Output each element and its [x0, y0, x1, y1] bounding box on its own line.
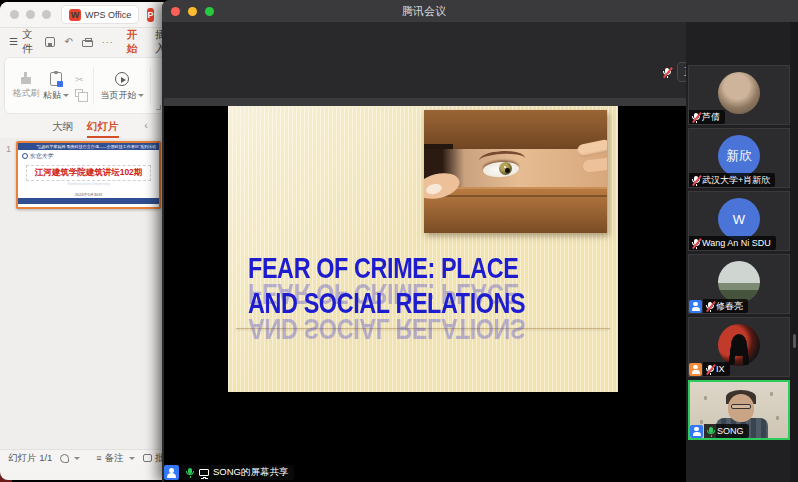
mic-muted-icon — [707, 302, 713, 311]
ribbon-divider — [93, 67, 94, 105]
participant-name: 芦倩 — [702, 111, 720, 124]
person-badge-icon — [690, 425, 703, 438]
participants-sidebar: 芦倩 新欣 武汉大学+肖新欣 W Wang An Ni SDU — [686, 22, 798, 482]
slide-title-line1: FEAR OF CRIME: PLACE FEAR OF CRIME: PLAC… — [248, 253, 537, 283]
more-icon[interactable]: ··· — [102, 37, 114, 47]
mic-muted-icon — [664, 68, 670, 77]
avatar — [718, 324, 760, 366]
paste-label: 粘贴 — [43, 89, 61, 102]
pupil — [505, 168, 510, 173]
participant-tile[interactable]: IX — [688, 317, 790, 377]
format-painter-label: 格式刷 — [13, 87, 40, 100]
quick-access-toolbar: ↶ ··· — [45, 37, 113, 47]
person-badge-icon — [689, 300, 702, 313]
zoom-button[interactable] — [42, 10, 51, 19]
tab-wps-office[interactable]: W WPS Office — [61, 5, 139, 24]
participant-tile[interactable]: 芦倩 — [688, 65, 790, 125]
chevron-down-icon — [138, 94, 144, 97]
participant-name: 武汉大学+肖新欣 — [702, 174, 770, 187]
tab-presentation-doc-icon[interactable]: P — [147, 8, 153, 22]
paste-button[interactable]: 粘贴 — [41, 70, 71, 102]
tab-home[interactable]: 开始 — [127, 28, 142, 56]
screen-share-icon — [199, 469, 209, 476]
hamburger-icon: ☰ — [9, 36, 18, 47]
wps-status-bar: 幻灯片 1/1 ≡备注 批注 — [0, 449, 162, 466]
avatar — [718, 261, 760, 303]
window-controls — [10, 10, 51, 19]
finger — [582, 158, 607, 173]
slide-thumbnail[interactable]: “弘扬科学家精神 聚焦科技自立自强——全国科技工作者日”系列活动 东北大学 江河… — [16, 141, 161, 209]
mic-muted-icon — [693, 113, 699, 122]
undo-icon[interactable]: ↶ — [64, 37, 72, 47]
format-painter-button[interactable]: 格式刷 — [11, 71, 41, 100]
start-from-current-page-button[interactable]: 当页开始 — [100, 70, 144, 102]
theme-icon — [60, 454, 69, 463]
mic-muted-icon — [693, 239, 699, 248]
meeting-window-title: 腾讯会议 — [162, 4, 686, 19]
tencent-meeting-window: 腾讯会议 FEAR OF CRIME: PLACE FEAR OF CRIME:… — [162, 0, 798, 482]
clipboard-icon — [50, 72, 62, 86]
sidebar-resize-handle[interactable] — [793, 334, 796, 348]
slide-number: 1 — [6, 144, 11, 154]
collapse-panel-icon[interactable]: ‹ — [144, 119, 148, 131]
participant-tile-active-speaker[interactable]: SONG — [688, 380, 790, 440]
cut-icon[interactable]: ✂ — [75, 75, 83, 85]
slide-title-line2: AND SOCIAL RELATIONS AND SOCIAL RELATION… — [248, 288, 537, 318]
cut-copy-group: ✂ — [75, 75, 83, 97]
meeting-title-bar: 腾讯会议 — [162, 0, 798, 22]
thumb-date: 2024年5月30日 — [18, 192, 159, 197]
slide-counter: 幻灯片 1/1 — [8, 452, 52, 465]
wps-office-window: W WPS Office P W ☰ 文件 ↶ ··· 开始 插入 格式刷 — [0, 2, 170, 480]
notes-button[interactable]: ≡备注 — [96, 452, 134, 465]
ribbon-expand-icon[interactable] — [156, 105, 161, 110]
participant-tile[interactable]: 新欣 武汉大学+肖新欣 — [688, 128, 790, 188]
chevron-down-icon — [63, 94, 69, 97]
sidebar-edge — [790, 22, 798, 482]
mic-muted-icon — [693, 176, 699, 185]
university-logo: 东北大学 — [22, 152, 53, 161]
slide-thumbnail-panel: 1 “弘扬科学家精神 聚焦科技自立自强——全国科技工作者日”系列活动 东北大学 … — [0, 138, 162, 466]
mic-active-icon — [187, 468, 193, 477]
tab-wps-office-label: WPS Office — [85, 10, 131, 20]
participant-name: SONG — [717, 426, 744, 436]
wps-logo-icon: W — [69, 9, 81, 21]
thumb-top-banner: “弘扬科学家精神 聚焦科技自立自强——全国科技工作者日”系列活动 — [18, 143, 159, 150]
mic-active-icon — [708, 427, 714, 436]
shared-screen-toolbar-strip — [164, 98, 686, 106]
notes-icon: ≡ — [96, 453, 101, 463]
theme-button[interactable] — [60, 454, 80, 463]
close-button[interactable] — [10, 10, 19, 19]
screen: W WPS Office P W ☰ 文件 ↶ ··· 开始 插入 格式刷 — [0, 0, 798, 482]
share-banner-label: SONG的屏幕共享 — [213, 466, 288, 479]
minimize-button[interactable] — [26, 10, 35, 19]
avatar: 新欣 — [718, 135, 760, 177]
chevron-down-icon — [129, 457, 135, 460]
brush-icon — [21, 77, 31, 84]
glasses — [731, 404, 751, 409]
chevron-down-icon — [74, 457, 80, 460]
wps-menu-bar: ☰ 文件 ↶ ··· 开始 插入 — [0, 29, 170, 54]
wps-ribbon: 格式刷 粘贴 ✂ 当页开始 新建 — [4, 57, 170, 114]
tab-outline[interactable]: 大纲 — [52, 120, 73, 134]
mic-muted-icon — [707, 365, 713, 374]
thumb-slide-title: 江河建筑学院建筑讲坛102期 — [26, 165, 151, 181]
wps-tab-bar: W WPS Office P W — [0, 2, 170, 28]
participant-tile[interactable]: 修春亮 — [688, 254, 790, 314]
file-menu-label: 文件 — [22, 28, 33, 56]
thumb-bottom-banner — [18, 198, 159, 204]
print-icon[interactable] — [82, 40, 93, 47]
file-menu[interactable]: ☰ 文件 — [9, 28, 33, 56]
tab-slides[interactable]: 幻灯片 — [87, 120, 119, 134]
slide-title-reflection: AND SOCIAL RELATIONS — [248, 314, 525, 344]
participant-tile[interactable]: W Wang An Ni SDU — [688, 191, 790, 251]
save-icon[interactable] — [45, 37, 55, 47]
play-icon — [115, 72, 129, 86]
participant-name: Wang An Ni SDU — [702, 238, 771, 248]
eye-highlight — [504, 166, 506, 168]
start-current-label: 当页开始 — [100, 89, 136, 102]
copy-icon[interactable] — [75, 89, 83, 97]
participant-name: 修春亮 — [716, 300, 743, 313]
person-badge-icon — [689, 363, 702, 376]
comment-icon — [143, 454, 152, 462]
share-pill: SONG的屏幕共享 — [181, 465, 294, 480]
